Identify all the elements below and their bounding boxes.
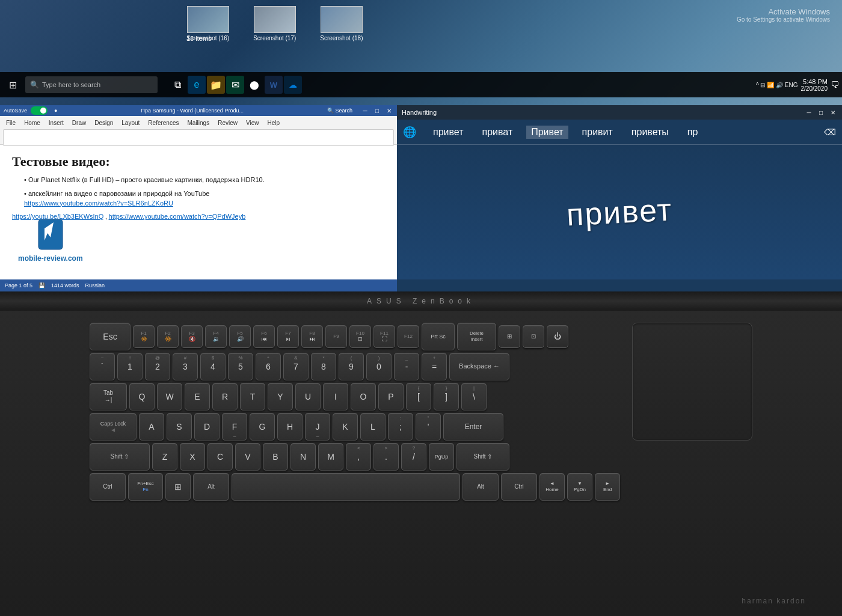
- menu-draw[interactable]: Draw: [70, 119, 88, 127]
- suggestion-pr[interactable]: пр: [683, 126, 703, 139]
- key-quote[interactable]: "': [416, 413, 441, 441]
- key-e[interactable]: E: [185, 383, 210, 410]
- menu-mailings[interactable]: Mailings: [185, 119, 211, 127]
- key-comma[interactable]: <,: [346, 443, 371, 471]
- onedrive-taskbar[interactable]: ☁: [284, 76, 302, 94]
- key-alt-left[interactable]: Alt: [193, 473, 229, 501]
- key-n[interactable]: N: [290, 443, 316, 471]
- key-f11[interactable]: F11⛶: [373, 325, 395, 348]
- key-tilde[interactable]: ~`: [90, 353, 115, 380]
- key-f7[interactable]: F7⏯: [277, 325, 299, 348]
- menu-layout[interactable]: Layout: [120, 119, 141, 127]
- key-f2[interactable]: F2🔆: [157, 325, 179, 348]
- key-space[interactable]: [232, 473, 460, 501]
- key-l[interactable]: L: [360, 413, 386, 441]
- key-m[interactable]: M: [318, 443, 343, 471]
- key-minus[interactable]: _-: [394, 353, 419, 380]
- hw-minimize-button[interactable]: ─: [805, 108, 813, 117]
- globe-icon[interactable]: 🌐: [403, 126, 416, 139]
- key-g[interactable]: G: [250, 413, 275, 441]
- taskview-button[interactable]: ⧉: [168, 76, 186, 94]
- key-power[interactable]: ⏻: [547, 325, 568, 348]
- key-8[interactable]: *8: [311, 353, 336, 380]
- key-h[interactable]: H: [277, 413, 303, 441]
- explorer-taskbar[interactable]: 📁: [207, 76, 225, 94]
- key-f5[interactable]: F5🔊: [229, 325, 251, 348]
- edge-taskbar[interactable]: e: [188, 76, 206, 94]
- touchpad[interactable]: [632, 323, 752, 441]
- key-esc[interactable]: Esc: [90, 323, 131, 350]
- suggestion-privet[interactable]: привет: [428, 126, 469, 139]
- key-q[interactable]: Q: [129, 383, 155, 410]
- word-link-1[interactable]: https://www.youtube.com/watch?v=SLR6nLZK…: [24, 200, 173, 207]
- key-z[interactable]: Z: [152, 443, 177, 471]
- key-f3[interactable]: F3🔇: [181, 325, 203, 348]
- key-period[interactable]: >.: [373, 443, 399, 471]
- key-extra2[interactable]: ⊡: [523, 325, 544, 348]
- key-k[interactable]: K: [333, 413, 358, 441]
- key-f12[interactable]: F12: [398, 325, 419, 348]
- key-f9[interactable]: F9: [325, 325, 347, 348]
- key-f6[interactable]: F6⏮: [253, 325, 275, 348]
- key-b[interactable]: B: [263, 443, 288, 471]
- key-0[interactable]: )0: [366, 353, 392, 380]
- key-i[interactable]: I: [323, 383, 348, 410]
- key-fn[interactable]: Fn+EscFn: [128, 473, 163, 501]
- key-f[interactable]: F_: [222, 413, 247, 441]
- key-win-bottom[interactable]: ⊞: [165, 473, 191, 501]
- key-o[interactable]: O: [351, 383, 376, 410]
- key-6[interactable]: ^6: [256, 353, 281, 380]
- menu-insert[interactable]: Insert: [47, 119, 66, 127]
- key-d[interactable]: D: [194, 413, 220, 441]
- menu-help[interactable]: Help: [265, 119, 281, 127]
- suggestion-privet-cap[interactable]: Привет: [526, 126, 568, 139]
- key-pgup[interactable]: PgUp: [429, 443, 454, 471]
- hw-close-button[interactable]: ✕: [829, 108, 837, 117]
- word-link-3[interactable]: https://www.youtube.com/watch?v=QPdWJeyb: [109, 213, 246, 220]
- mail-taskbar[interactable]: ✉: [226, 76, 244, 94]
- key-alt-right[interactable]: Alt: [462, 473, 499, 501]
- key-3[interactable]: #3: [173, 353, 198, 380]
- menu-file[interactable]: File: [4, 119, 17, 127]
- start-button[interactable]: ⊞: [3, 75, 22, 94]
- word-taskbar[interactable]: W: [265, 76, 283, 94]
- key-equals[interactable]: +=: [422, 353, 447, 380]
- key-p[interactable]: P: [378, 383, 404, 410]
- minimize-button[interactable]: ─: [361, 106, 369, 115]
- key-shift-left[interactable]: Shift ⇧: [90, 443, 150, 471]
- key-j[interactable]: J_: [305, 413, 330, 441]
- suggestion-delete[interactable]: ⌫: [824, 127, 836, 137]
- suggestion-privety[interactable]: приветы: [627, 126, 674, 139]
- desktop-icon-3[interactable]: Screenshot (18): [320, 6, 363, 41]
- suggestion-privat[interactable]: приват: [478, 126, 518, 139]
- key-f10[interactable]: F10⊡: [349, 325, 371, 348]
- autosave-toggle[interactable]: [31, 106, 48, 115]
- key-caps-lock[interactable]: Caps Lock ◀: [90, 413, 137, 441]
- key-x[interactable]: X: [180, 443, 205, 471]
- key-4[interactable]: $4: [200, 353, 226, 380]
- key-r[interactable]: R: [212, 383, 238, 410]
- key-s[interactable]: S: [167, 413, 192, 441]
- key-backspace[interactable]: Backspace ←: [449, 353, 509, 380]
- key-u[interactable]: U: [295, 383, 321, 410]
- key-1[interactable]: !1: [117, 353, 143, 380]
- key-2[interactable]: @2: [145, 353, 170, 380]
- key-ctrl-left[interactable]: Ctrl: [90, 473, 126, 501]
- close-button[interactable]: ✕: [385, 106, 393, 115]
- key-backslash[interactable]: |\: [461, 383, 487, 410]
- suggestion-privit[interactable]: привит: [577, 126, 618, 139]
- key-enter[interactable]: Enter: [443, 413, 503, 441]
- menu-home[interactable]: Home: [22, 119, 42, 127]
- menu-design[interactable]: Design: [93, 119, 115, 127]
- key-slash[interactable]: ?/: [401, 443, 426, 471]
- key-home[interactable]: ◄Home: [539, 473, 565, 501]
- menu-review[interactable]: Review: [216, 119, 239, 127]
- key-end[interactable]: ►End: [595, 473, 620, 501]
- key-a[interactable]: A: [139, 413, 164, 441]
- key-del-ins[interactable]: DeleteInsert: [457, 323, 496, 350]
- key-w[interactable]: W: [157, 383, 182, 410]
- key-f1[interactable]: F1🔅: [133, 325, 155, 348]
- key-tab[interactable]: Tab→|: [90, 383, 127, 410]
- key-f8[interactable]: F8⏭: [301, 325, 323, 348]
- chrome-taskbar[interactable]: ⬤: [245, 76, 263, 94]
